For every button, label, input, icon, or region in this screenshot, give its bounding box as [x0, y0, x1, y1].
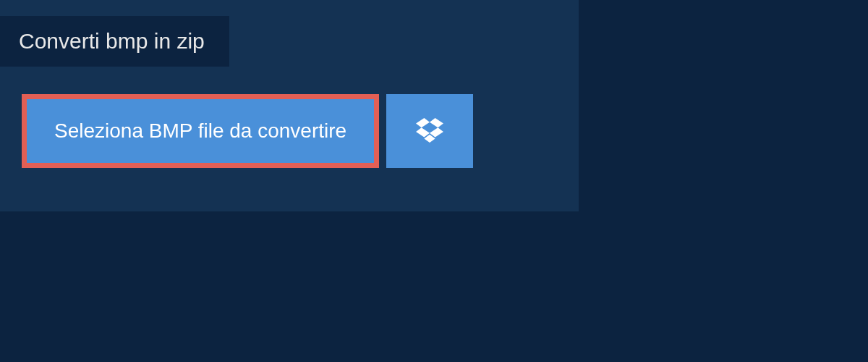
converter-panel: Converti bmp in zip Seleziona BMP file d…: [0, 0, 579, 211]
svg-marker-3: [430, 127, 443, 137]
dropbox-button[interactable]: [386, 94, 473, 168]
dropbox-icon: [416, 118, 443, 144]
select-file-label: Seleziona BMP file da convertire: [54, 119, 346, 143]
page-title: Converti bmp in zip: [19, 29, 205, 53]
page-title-tab: Converti bmp in zip: [0, 16, 229, 67]
svg-marker-1: [430, 118, 443, 127]
svg-marker-2: [416, 127, 430, 137]
select-file-button[interactable]: Seleziona BMP file da convertire: [22, 94, 379, 168]
svg-marker-0: [416, 118, 430, 127]
action-button-row: Seleziona BMP file da convertire: [22, 94, 473, 168]
